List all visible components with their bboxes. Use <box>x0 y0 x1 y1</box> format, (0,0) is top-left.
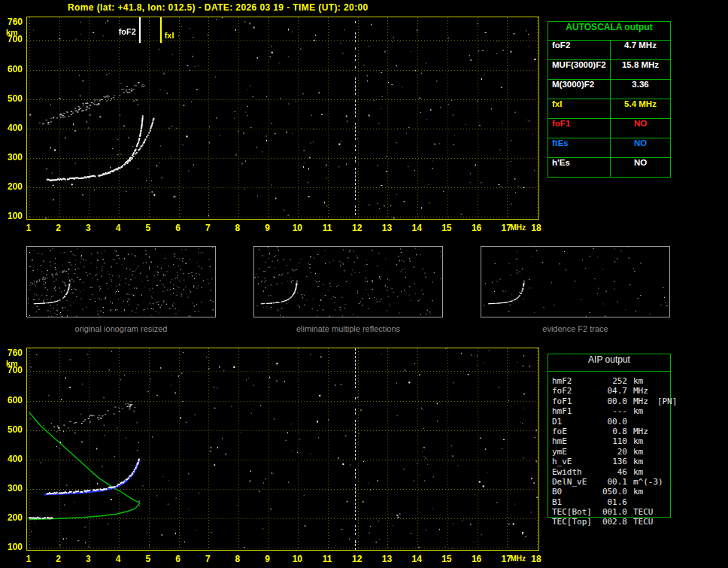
axis-tick-label: 8 <box>229 554 247 564</box>
param-value: 46 <box>597 467 627 477</box>
aip-row: Ewidth46km <box>548 467 670 477</box>
thumbnail-f2-canvas <box>481 246 670 317</box>
axis-tick-label: 400 <box>2 123 23 133</box>
aip-row: foF100.0MHz[PN] <box>548 396 670 406</box>
axis-tick-label: 16 <box>468 223 486 233</box>
thumbnail-reflections-canvas <box>253 246 443 317</box>
param-note: [PN] <box>657 396 678 406</box>
axis-tick-label: 11 <box>318 554 336 564</box>
axis-tick-label: 600 <box>2 395 23 405</box>
autoscala-row: h'EsNO <box>548 158 670 177</box>
axis-tick-label: 10 <box>288 223 306 233</box>
param-unit: MHz <box>633 386 648 396</box>
aip-table-rows: hmF2252kmfoF204.7MHzfoF100.0MHz[PN]hmF1-… <box>548 376 670 527</box>
axis-tick-label: 13 <box>378 554 396 564</box>
axis-tick-label: 1 <box>20 223 38 233</box>
param-value: 136 <box>597 457 627 466</box>
thumbnail-original-ionogram <box>26 246 216 317</box>
axis-tick-label: 10 <box>288 554 306 564</box>
param-label: Ewidth <box>552 467 597 477</box>
aip-row: DelN_vE00.1m^(-3) <box>548 477 670 487</box>
axis-tick-label: 6 <box>169 554 187 564</box>
param-value: 050.0 <box>597 487 627 497</box>
param-value: 15.8 MHz <box>611 60 670 79</box>
axis-tick-label: 3 <box>79 223 97 233</box>
axis-tick-label: 100 <box>2 211 23 221</box>
aip-table-header: AIP output <box>548 354 670 372</box>
thumbnail-caption-f2: evidence F2 trace <box>481 324 670 333</box>
axis-tick-label: 300 <box>2 483 23 494</box>
axis-tick-label: 200 <box>2 181 23 192</box>
axis-tick-label: 5 <box>139 223 157 233</box>
aip-row: foF204.7MHz <box>548 386 670 396</box>
axis-tick-label: 9 <box>259 554 277 564</box>
aip-row: TEC[Top]002.8TECU <box>548 517 670 527</box>
param-label: ymE <box>552 447 597 457</box>
aip-row: foE0.8MHz <box>548 427 670 436</box>
autoscala-row: fxI5.4 MHz <box>548 99 670 119</box>
param-unit: m^(-3) <box>633 477 663 487</box>
param-unit: km <box>633 467 643 477</box>
autoscala-table-rows: foF24.7 MHzMUF(3000)F215.8 MHzM(3000)F23… <box>548 41 670 177</box>
param-label: MUF(3000)F2 <box>548 60 611 79</box>
param-value: 001.0 <box>597 507 627 517</box>
axis-tick-label: 14 <box>408 554 426 564</box>
axis-tick-label: 14 <box>408 223 426 233</box>
axis-tick-label: 15 <box>438 223 456 233</box>
axis-tick-label: 600 <box>2 64 23 74</box>
autoscala-row: M(3000)F23.36 <box>548 80 670 99</box>
axis-tick-label: 5 <box>139 554 157 564</box>
x-axis-unit-label: MHz <box>510 223 526 232</box>
param-label: DelN_vE <box>552 477 597 487</box>
axis-tick-label: 760 <box>2 348 23 358</box>
aip-row: hmE110km <box>548 436 670 446</box>
y-axis-unit-label: km <box>6 359 18 368</box>
axis-tick-label: 300 <box>2 152 23 163</box>
axis-tick-label: 4 <box>109 223 127 233</box>
axis-tick-label: 7 <box>199 223 217 233</box>
param-label: B1 <box>552 497 597 507</box>
param-label: foE <box>552 427 597 436</box>
axis-tick-label: 3 <box>79 554 97 564</box>
param-value: 00.0 <box>597 417 627 427</box>
axis-tick-label: 13 <box>378 223 396 233</box>
autoscala-table-header: AUTOSCALA output <box>548 22 670 41</box>
param-value: 0.8 <box>597 427 627 436</box>
param-unit: km <box>633 406 643 416</box>
param-label: h_vE <box>552 457 597 466</box>
axis-tick-label: 15 <box>438 554 456 564</box>
param-value: 4.7 MHz <box>611 41 670 59</box>
axis-tick-label: 6 <box>169 223 187 233</box>
page-title: Rome (lat: +41.8, lon: 012.5) - DATE: 20… <box>68 2 369 13</box>
ionogram-top-panel: 760700600500400300200100km12345678910111… <box>26 17 538 218</box>
aip-row: h_vE136km <box>548 457 670 466</box>
param-value: 04.7 <box>597 386 627 396</box>
param-value: 20 <box>597 447 627 457</box>
axis-tick-label: 18 <box>527 223 545 233</box>
param-value: 00.1 <box>597 477 627 487</box>
axis-tick-label: 500 <box>2 424 23 435</box>
autoscala-output-table: AUTOSCALA output foF24.7 MHzMUF(3000)F21… <box>548 21 671 178</box>
axis-tick-label: 500 <box>2 93 23 104</box>
thumbnail-f2-trace <box>481 246 670 317</box>
param-label: B0 <box>552 487 597 497</box>
param-label: TEC[Bot] <box>552 507 597 517</box>
param-value: --- <box>597 406 627 416</box>
param-unit: TECU <box>633 517 654 527</box>
x-axis-unit-label: MHz <box>510 554 526 563</box>
param-label: foF2 <box>552 386 597 396</box>
axis-tick-label: 12 <box>348 554 366 564</box>
axis-tick-label: 100 <box>2 542 23 552</box>
param-value: 252 <box>597 376 627 386</box>
param-value: 110 <box>597 436 627 446</box>
param-label: hmE <box>552 436 597 446</box>
param-label: foF2 <box>548 41 611 59</box>
aip-row: B0050.0km <box>548 487 670 497</box>
param-label: foF1 <box>548 119 611 138</box>
param-label: hmF2 <box>552 376 597 386</box>
param-value: NO <box>611 119 670 138</box>
axis-tick-label: 2 <box>50 554 68 564</box>
fof2-marker-label: foF2 <box>103 27 136 36</box>
aip-row: D100.0 <box>548 417 670 427</box>
autoscala-app-window: Rome (lat: +41.8, lon: 012.5) - DATE: 20… <box>0 0 728 568</box>
